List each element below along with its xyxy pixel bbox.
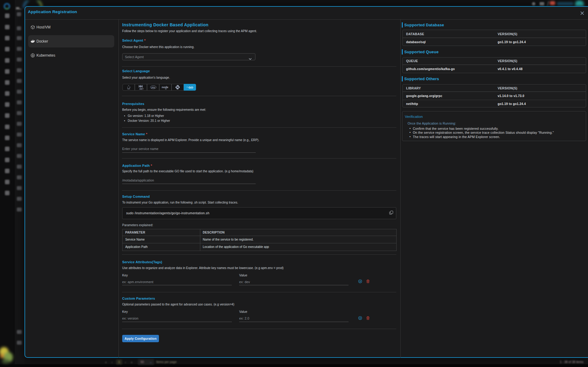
- svg-text:php: php: [151, 86, 155, 89]
- svg-text:.NET: .NET: [139, 88, 144, 90]
- svg-text:GO: GO: [189, 86, 193, 89]
- svg-text:node: node: [162, 85, 168, 88]
